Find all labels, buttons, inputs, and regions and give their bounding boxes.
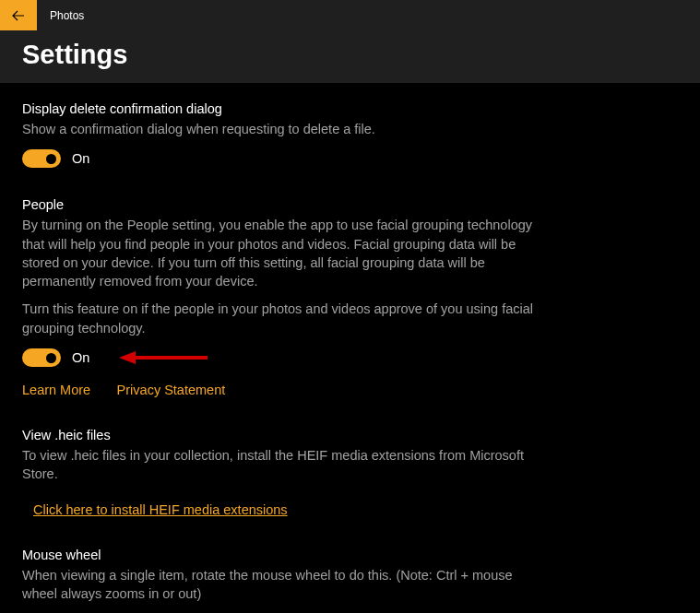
- toggle-knob: [46, 154, 56, 164]
- titlebar: Photos: [0, 0, 700, 30]
- toggle-label: On: [72, 151, 89, 166]
- link-learn-more[interactable]: Learn More: [22, 383, 90, 397]
- section-heic: View .heic files To view .heic files in …: [22, 428, 534, 518]
- annotation-arrow-icon: [117, 350, 209, 369]
- back-button[interactable]: [0, 0, 37, 30]
- section-title: Mouse wheel: [22, 548, 534, 562]
- section-title: View .heic files: [22, 428, 534, 442]
- link-install-heif[interactable]: Click here to install HEIF media extensi…: [33, 502, 288, 517]
- settings-content: Display delete confirmation dialog Show …: [0, 83, 700, 613]
- people-links: Learn More Privacy Statement: [22, 382, 534, 398]
- section-title: Display delete confirmation dialog: [22, 101, 534, 116]
- section-desc: By turning on the People setting, you en…: [22, 216, 534, 290]
- toggle-label: On: [72, 350, 89, 365]
- section-delete-confirm: Display delete confirmation dialog Show …: [22, 101, 534, 168]
- section-mouse-wheel: Mouse wheel When viewing a single item, …: [22, 548, 534, 613]
- toggle-delete-confirm[interactable]: [22, 149, 61, 168]
- toggle-row-delete-confirm: On: [22, 149, 534, 168]
- section-desc: Show a confirmation dialog when requesti…: [22, 120, 534, 138]
- back-arrow-icon: [11, 8, 26, 23]
- page-header: Settings: [0, 30, 700, 83]
- section-title: People: [22, 197, 534, 212]
- section-desc: To view .heic files in your collection, …: [22, 446, 534, 484]
- app-title: Photos: [50, 9, 84, 22]
- section-people: People By turning on the People setting,…: [22, 197, 534, 398]
- toggle-people[interactable]: [22, 348, 61, 367]
- section-desc2: Turn this feature on if the people in yo…: [22, 300, 534, 337]
- svg-marker-1: [119, 351, 136, 364]
- page-title: Settings: [22, 40, 678, 70]
- link-privacy-statement[interactable]: Privacy Statement: [117, 383, 226, 397]
- toggle-knob: [46, 353, 56, 363]
- toggle-row-people: On: [22, 348, 534, 367]
- section-desc: When viewing a single item, rotate the m…: [22, 566, 534, 604]
